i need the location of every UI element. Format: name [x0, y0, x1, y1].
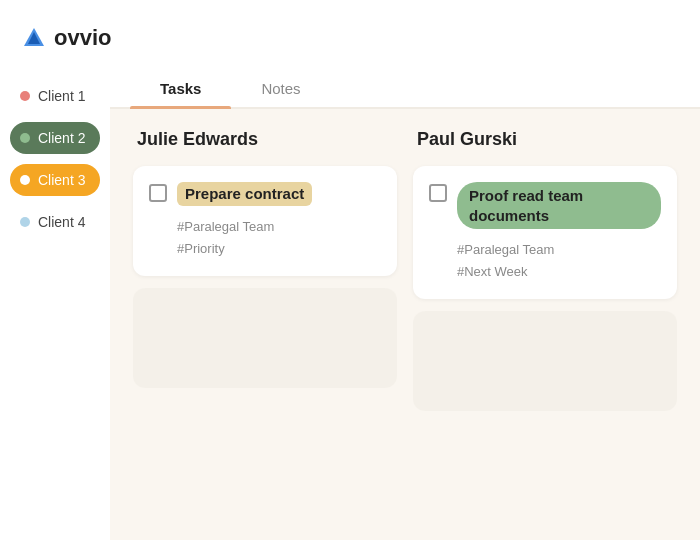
task-checkbox-2[interactable]	[429, 184, 447, 202]
task-card-proofread: Proof read team documents #Paralegal Tea…	[413, 166, 677, 299]
sidebar-item-client1[interactable]: Client 1	[10, 80, 100, 112]
logo-icon	[20, 24, 48, 52]
task-header-2: Proof read team documents	[429, 182, 661, 229]
task-checkbox-1[interactable]	[149, 184, 167, 202]
tabs-bar: Tasks Notes	[110, 70, 700, 109]
main-layout: Client 1 Client 2 Client 3 Client 4 Task…	[0, 60, 700, 540]
tab-tasks[interactable]: Tasks	[130, 70, 231, 107]
sidebar-item-client2[interactable]: Client 2	[10, 122, 100, 154]
task-header-1: Prepare contract	[149, 182, 381, 206]
column-julie: Julie Edwards Prepare contract #Paralega…	[125, 129, 405, 520]
column-paul-title: Paul Gurski	[413, 129, 677, 150]
client1-dot	[20, 91, 30, 101]
task-card-prepare-contract: Prepare contract #Paralegal Team #Priori…	[133, 166, 397, 276]
logo: ovvio	[20, 24, 111, 52]
content-area: Tasks Notes Julie Edwards Prepare contra…	[110, 60, 700, 540]
sidebar-item-client4[interactable]: Client 4	[10, 206, 100, 238]
kanban-board: Julie Edwards Prepare contract #Paralega…	[110, 109, 700, 540]
client2-dot	[20, 133, 30, 143]
sidebar: Client 1 Client 2 Client 3 Client 4	[0, 60, 110, 540]
task-tags-1: #Paralegal Team #Priority	[149, 216, 381, 260]
sidebar-item-client4-label: Client 4	[38, 214, 85, 230]
task-label-2: Proof read team documents	[457, 182, 661, 229]
tag-next-week: #Next Week	[457, 261, 661, 283]
logo-text: ovvio	[54, 25, 111, 51]
sidebar-item-client3-label: Client 3	[38, 172, 85, 188]
client3-dot	[20, 175, 30, 185]
tag-paralegal-1: #Paralegal Team	[177, 216, 381, 238]
sidebar-item-client2-label: Client 2	[38, 130, 85, 146]
sidebar-item-client1-label: Client 1	[38, 88, 85, 104]
task-tags-2: #Paralegal Team #Next Week	[429, 239, 661, 283]
header: ovvio	[0, 0, 700, 60]
tag-paralegal-2: #Paralegal Team	[457, 239, 661, 261]
sidebar-item-client3[interactable]: Client 3	[10, 164, 100, 196]
empty-card-2	[413, 311, 677, 411]
tab-notes[interactable]: Notes	[231, 70, 330, 107]
tag-priority: #Priority	[177, 238, 381, 260]
client4-dot	[20, 217, 30, 227]
column-paul: Paul Gurski Proof read team documents #P…	[405, 129, 685, 520]
column-julie-title: Julie Edwards	[133, 129, 397, 150]
empty-card-1	[133, 288, 397, 388]
task-label-1: Prepare contract	[177, 182, 312, 206]
